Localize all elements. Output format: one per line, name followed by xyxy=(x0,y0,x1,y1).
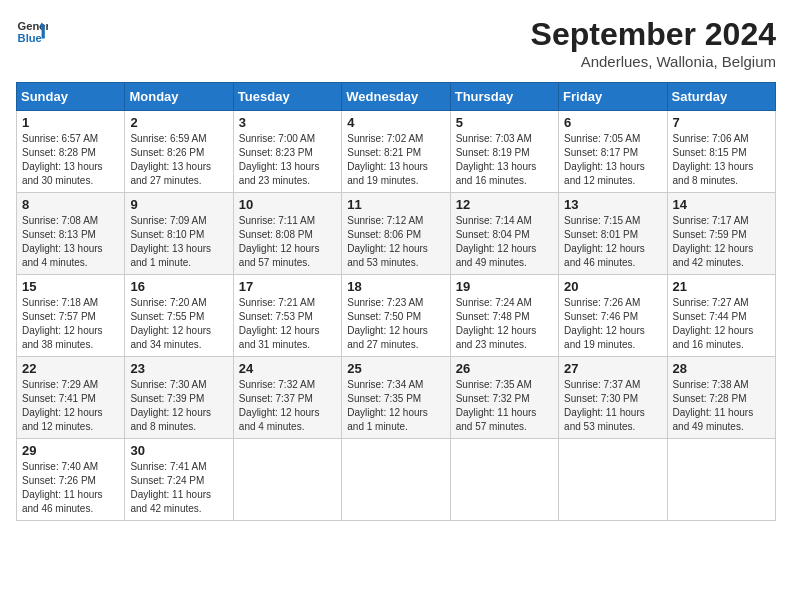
day-number: 5 xyxy=(456,115,553,130)
day-detail: Sunrise: 7:09 AM Sunset: 8:10 PM Dayligh… xyxy=(130,214,227,270)
day-number: 6 xyxy=(564,115,661,130)
day-detail: Sunrise: 7:15 AM Sunset: 8:01 PM Dayligh… xyxy=(564,214,661,270)
day-detail: Sunrise: 7:38 AM Sunset: 7:28 PM Dayligh… xyxy=(673,378,770,434)
calendar-cell xyxy=(667,439,775,521)
calendar-cell: 10 Sunrise: 7:11 AM Sunset: 8:08 PM Dayl… xyxy=(233,193,341,275)
day-detail: Sunrise: 7:12 AM Sunset: 8:06 PM Dayligh… xyxy=(347,214,444,270)
calendar-cell: 22 Sunrise: 7:29 AM Sunset: 7:41 PM Dayl… xyxy=(17,357,125,439)
calendar-cell xyxy=(450,439,558,521)
day-number: 20 xyxy=(564,279,661,294)
calendar-cell: 2 Sunrise: 6:59 AM Sunset: 8:26 PM Dayli… xyxy=(125,111,233,193)
calendar-cell: 30 Sunrise: 7:41 AM Sunset: 7:24 PM Dayl… xyxy=(125,439,233,521)
day-number: 9 xyxy=(130,197,227,212)
day-detail: Sunrise: 7:26 AM Sunset: 7:46 PM Dayligh… xyxy=(564,296,661,352)
day-of-week-header: Tuesday xyxy=(233,83,341,111)
day-detail: Sunrise: 7:29 AM Sunset: 7:41 PM Dayligh… xyxy=(22,378,119,434)
day-detail: Sunrise: 6:59 AM Sunset: 8:26 PM Dayligh… xyxy=(130,132,227,188)
day-of-week-header: Wednesday xyxy=(342,83,450,111)
day-number: 14 xyxy=(673,197,770,212)
calendar-cell: 8 Sunrise: 7:08 AM Sunset: 8:13 PM Dayli… xyxy=(17,193,125,275)
day-detail: Sunrise: 7:14 AM Sunset: 8:04 PM Dayligh… xyxy=(456,214,553,270)
day-number: 24 xyxy=(239,361,336,376)
day-number: 18 xyxy=(347,279,444,294)
calendar-cell: 27 Sunrise: 7:37 AM Sunset: 7:30 PM Dayl… xyxy=(559,357,667,439)
day-number: 30 xyxy=(130,443,227,458)
calendar-week-row: 22 Sunrise: 7:29 AM Sunset: 7:41 PM Dayl… xyxy=(17,357,776,439)
calendar-cell: 11 Sunrise: 7:12 AM Sunset: 8:06 PM Dayl… xyxy=(342,193,450,275)
location-subtitle: Anderlues, Wallonia, Belgium xyxy=(531,53,776,70)
day-number: 12 xyxy=(456,197,553,212)
calendar-cell xyxy=(559,439,667,521)
svg-text:Blue: Blue xyxy=(18,32,42,44)
day-number: 26 xyxy=(456,361,553,376)
calendar-week-row: 8 Sunrise: 7:08 AM Sunset: 8:13 PM Dayli… xyxy=(17,193,776,275)
calendar-cell: 14 Sunrise: 7:17 AM Sunset: 7:59 PM Dayl… xyxy=(667,193,775,275)
day-detail: Sunrise: 7:11 AM Sunset: 8:08 PM Dayligh… xyxy=(239,214,336,270)
calendar-cell: 15 Sunrise: 7:18 AM Sunset: 7:57 PM Dayl… xyxy=(17,275,125,357)
logo: General Blue xyxy=(16,16,48,48)
day-detail: Sunrise: 7:24 AM Sunset: 7:48 PM Dayligh… xyxy=(456,296,553,352)
logo-icon: General Blue xyxy=(16,16,48,48)
title-area: September 2024 Anderlues, Wallonia, Belg… xyxy=(531,16,776,70)
day-detail: Sunrise: 6:57 AM Sunset: 8:28 PM Dayligh… xyxy=(22,132,119,188)
calendar-cell: 13 Sunrise: 7:15 AM Sunset: 8:01 PM Dayl… xyxy=(559,193,667,275)
day-of-week-header: Saturday xyxy=(667,83,775,111)
calendar-cell: 21 Sunrise: 7:27 AM Sunset: 7:44 PM Dayl… xyxy=(667,275,775,357)
calendar-cell xyxy=(233,439,341,521)
calendar-cell: 12 Sunrise: 7:14 AM Sunset: 8:04 PM Dayl… xyxy=(450,193,558,275)
calendar-week-row: 1 Sunrise: 6:57 AM Sunset: 8:28 PM Dayli… xyxy=(17,111,776,193)
day-detail: Sunrise: 7:20 AM Sunset: 7:55 PM Dayligh… xyxy=(130,296,227,352)
day-detail: Sunrise: 7:35 AM Sunset: 7:32 PM Dayligh… xyxy=(456,378,553,434)
day-detail: Sunrise: 7:41 AM Sunset: 7:24 PM Dayligh… xyxy=(130,460,227,516)
day-number: 13 xyxy=(564,197,661,212)
day-of-week-header: Sunday xyxy=(17,83,125,111)
day-number: 21 xyxy=(673,279,770,294)
calendar-cell: 7 Sunrise: 7:06 AM Sunset: 8:15 PM Dayli… xyxy=(667,111,775,193)
calendar-cell xyxy=(342,439,450,521)
month-year-title: September 2024 xyxy=(531,16,776,53)
day-of-week-header: Monday xyxy=(125,83,233,111)
calendar-cell: 9 Sunrise: 7:09 AM Sunset: 8:10 PM Dayli… xyxy=(125,193,233,275)
day-detail: Sunrise: 7:18 AM Sunset: 7:57 PM Dayligh… xyxy=(22,296,119,352)
day-detail: Sunrise: 7:21 AM Sunset: 7:53 PM Dayligh… xyxy=(239,296,336,352)
day-number: 22 xyxy=(22,361,119,376)
day-detail: Sunrise: 7:06 AM Sunset: 8:15 PM Dayligh… xyxy=(673,132,770,188)
calendar-cell: 5 Sunrise: 7:03 AM Sunset: 8:19 PM Dayli… xyxy=(450,111,558,193)
calendar-cell: 29 Sunrise: 7:40 AM Sunset: 7:26 PM Dayl… xyxy=(17,439,125,521)
day-detail: Sunrise: 7:23 AM Sunset: 7:50 PM Dayligh… xyxy=(347,296,444,352)
day-number: 19 xyxy=(456,279,553,294)
page-header: General Blue September 2024 Anderlues, W… xyxy=(16,16,776,70)
day-number: 1 xyxy=(22,115,119,130)
calendar-cell: 1 Sunrise: 6:57 AM Sunset: 8:28 PM Dayli… xyxy=(17,111,125,193)
calendar-cell: 26 Sunrise: 7:35 AM Sunset: 7:32 PM Dayl… xyxy=(450,357,558,439)
calendar-cell: 17 Sunrise: 7:21 AM Sunset: 7:53 PM Dayl… xyxy=(233,275,341,357)
calendar-week-row: 15 Sunrise: 7:18 AM Sunset: 7:57 PM Dayl… xyxy=(17,275,776,357)
day-number: 28 xyxy=(673,361,770,376)
calendar-cell: 16 Sunrise: 7:20 AM Sunset: 7:55 PM Dayl… xyxy=(125,275,233,357)
day-detail: Sunrise: 7:03 AM Sunset: 8:19 PM Dayligh… xyxy=(456,132,553,188)
calendar-cell: 4 Sunrise: 7:02 AM Sunset: 8:21 PM Dayli… xyxy=(342,111,450,193)
day-number: 8 xyxy=(22,197,119,212)
calendar-header-row: SundayMondayTuesdayWednesdayThursdayFrid… xyxy=(17,83,776,111)
day-number: 15 xyxy=(22,279,119,294)
day-number: 27 xyxy=(564,361,661,376)
day-of-week-header: Thursday xyxy=(450,83,558,111)
day-number: 3 xyxy=(239,115,336,130)
calendar-cell: 25 Sunrise: 7:34 AM Sunset: 7:35 PM Dayl… xyxy=(342,357,450,439)
calendar-cell: 18 Sunrise: 7:23 AM Sunset: 7:50 PM Dayl… xyxy=(342,275,450,357)
day-number: 2 xyxy=(130,115,227,130)
day-detail: Sunrise: 7:05 AM Sunset: 8:17 PM Dayligh… xyxy=(564,132,661,188)
calendar-cell: 23 Sunrise: 7:30 AM Sunset: 7:39 PM Dayl… xyxy=(125,357,233,439)
day-detail: Sunrise: 7:27 AM Sunset: 7:44 PM Dayligh… xyxy=(673,296,770,352)
day-number: 17 xyxy=(239,279,336,294)
calendar-cell: 20 Sunrise: 7:26 AM Sunset: 7:46 PM Dayl… xyxy=(559,275,667,357)
day-detail: Sunrise: 7:02 AM Sunset: 8:21 PM Dayligh… xyxy=(347,132,444,188)
day-detail: Sunrise: 7:08 AM Sunset: 8:13 PM Dayligh… xyxy=(22,214,119,270)
day-detail: Sunrise: 7:37 AM Sunset: 7:30 PM Dayligh… xyxy=(564,378,661,434)
day-number: 11 xyxy=(347,197,444,212)
day-detail: Sunrise: 7:17 AM Sunset: 7:59 PM Dayligh… xyxy=(673,214,770,270)
day-number: 29 xyxy=(22,443,119,458)
day-detail: Sunrise: 7:30 AM Sunset: 7:39 PM Dayligh… xyxy=(130,378,227,434)
calendar-cell: 3 Sunrise: 7:00 AM Sunset: 8:23 PM Dayli… xyxy=(233,111,341,193)
day-number: 10 xyxy=(239,197,336,212)
